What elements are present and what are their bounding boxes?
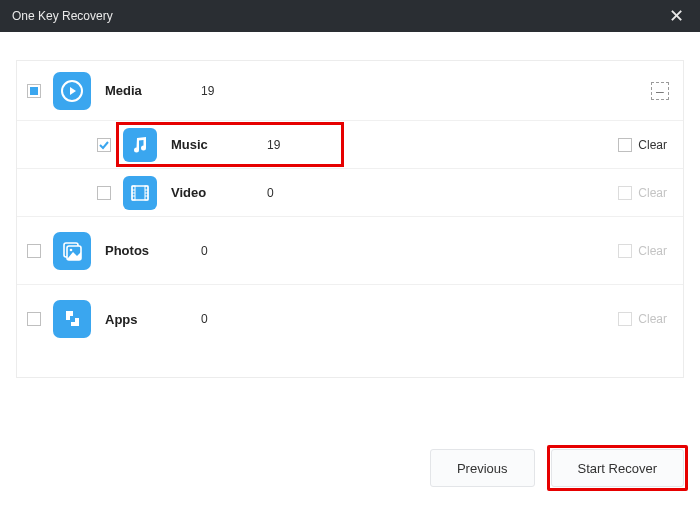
close-icon[interactable]: ✕ <box>665 7 688 25</box>
titlebar: One Key Recovery ✕ <box>0 0 700 32</box>
row-media[interactable]: Media 19 – <box>17 61 683 121</box>
checkbox-photos[interactable] <box>27 244 41 258</box>
row-photos[interactable]: Photos 0 Clear <box>17 217 683 285</box>
row-apps[interactable]: Apps 0 Clear <box>17 285 683 353</box>
clear-video: Clear <box>618 186 667 200</box>
clear-apps-label: Clear <box>638 312 667 326</box>
collapse-icon[interactable]: – <box>651 82 669 100</box>
row-music[interactable]: Music 19 Clear <box>17 121 683 169</box>
music-icon <box>123 128 157 162</box>
label-video: Video <box>171 185 267 200</box>
video-icon <box>123 176 157 210</box>
category-panel: Media 19 – Music 19 Clear <box>16 60 684 378</box>
clear-photos-label: Clear <box>638 244 667 258</box>
svg-point-12 <box>70 248 73 251</box>
count-media: 19 <box>201 84 261 98</box>
row-video[interactable]: Video 0 Clear <box>17 169 683 217</box>
window-title: One Key Recovery <box>12 9 113 23</box>
label-photos: Photos <box>105 243 201 258</box>
photos-icon <box>53 232 91 270</box>
clear-photos-checkbox <box>618 244 632 258</box>
checkbox-video[interactable] <box>97 186 111 200</box>
start-recover-button[interactable]: Start Recover <box>551 449 684 487</box>
clear-video-checkbox <box>618 186 632 200</box>
checkbox-music[interactable] <box>97 138 111 152</box>
footer: Previous Start Recover <box>430 449 684 487</box>
content: Media 19 – Music 19 Clear <box>0 32 700 507</box>
clear-music[interactable]: Clear <box>618 138 667 152</box>
clear-music-label: Clear <box>638 138 667 152</box>
clear-apps: Clear <box>618 312 667 326</box>
checkbox-apps[interactable] <box>27 312 41 326</box>
count-photos: 0 <box>201 244 261 258</box>
count-music: 19 <box>267 138 327 152</box>
label-apps: Apps <box>105 312 201 327</box>
play-icon <box>53 72 91 110</box>
label-media: Media <box>105 83 201 98</box>
previous-button[interactable]: Previous <box>430 449 535 487</box>
count-video: 0 <box>267 186 327 200</box>
checkbox-media[interactable] <box>27 84 41 98</box>
clear-photos: Clear <box>618 244 667 258</box>
count-apps: 0 <box>201 312 261 326</box>
apps-icon <box>53 300 91 338</box>
clear-apps-checkbox <box>618 312 632 326</box>
clear-video-label: Clear <box>638 186 667 200</box>
clear-music-checkbox[interactable] <box>618 138 632 152</box>
label-music: Music <box>171 137 267 152</box>
